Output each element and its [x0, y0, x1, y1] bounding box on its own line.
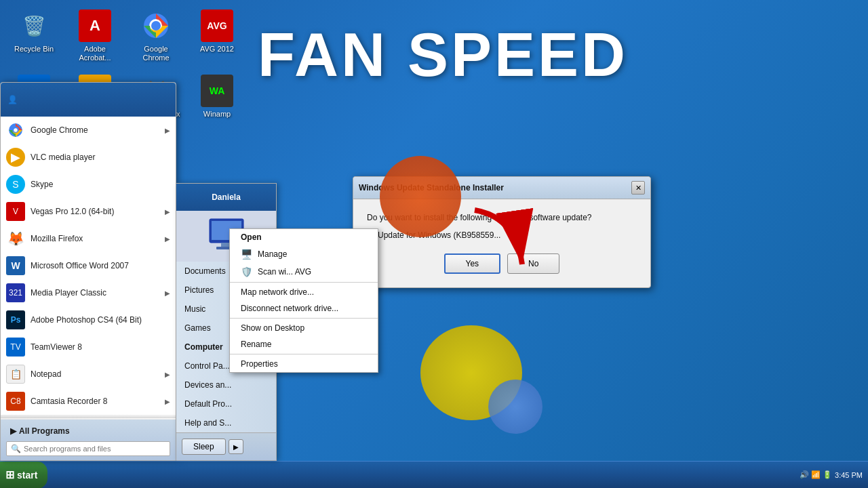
- ctx-rename[interactable]: Rename: [230, 336, 378, 352]
- taskbar: ⊞ start 🔊 📶 🔋 3:45 PM: [0, 461, 868, 488]
- word-label: Microsoft Office Word 2007: [31, 261, 129, 270]
- ctx-rename-label: Rename: [241, 340, 271, 349]
- dialog-close-button[interactable]: ✕: [631, 181, 645, 195]
- start-menu: 👤 Google Chrome ▶ ▶ VLC media player: [0, 82, 176, 461]
- start-menu-item-skype[interactable]: S Skype: [1, 171, 176, 198]
- recycle-bin-label: Recycle Bin: [14, 45, 54, 54]
- sleep-area: Sleep ▶: [176, 432, 276, 460]
- ctx-properties-label: Properties: [241, 359, 278, 369]
- windows-logo-icon: ⊞: [5, 468, 14, 481]
- ctx-open-label: Open: [241, 232, 262, 242]
- user-name-label: Daniela: [212, 192, 241, 202]
- right-panel-default-programs[interactable]: Default Pro...: [176, 394, 276, 413]
- notepad-label: Notepad: [31, 369, 61, 379]
- dialog-no-button[interactable]: No: [507, 253, 559, 274]
- control-panel-label: Control Pa...: [184, 361, 230, 371]
- vegas-icon: V: [6, 202, 25, 221]
- desktop-icon-chrome[interactable]: Google Chrome: [129, 7, 183, 65]
- skype-icon: S: [6, 175, 25, 194]
- desktop-icon-adobe[interactable]: A Adobe Acrobat...: [68, 7, 122, 65]
- start-menu-divider: [1, 417, 176, 418]
- start-label: start: [17, 470, 37, 481]
- start-menu-item-notepad[interactable]: 📋 Notepad ▶: [1, 361, 176, 388]
- ctx-scan-avg-label: Scan wi... AVG: [258, 267, 311, 277]
- sleep-button[interactable]: Sleep: [182, 439, 226, 455]
- ctx-scan-avg[interactable]: 🛡️ Scan wi... AVG: [230, 263, 378, 281]
- all-programs-arrow-icon: ▶: [10, 426, 16, 436]
- start-button[interactable]: ⊞ start: [0, 462, 47, 489]
- user-avatar-icon: 👤: [7, 95, 18, 104]
- ctx-disconnect-label: Disconnect network drive...: [241, 304, 338, 313]
- all-programs-label: All Programs: [19, 426, 70, 436]
- computer-label: Computer: [184, 342, 223, 352]
- svg-point-5: [14, 128, 18, 132]
- avg-label: AVG 2012: [200, 45, 234, 54]
- vlc-label: VLC media player: [31, 152, 95, 162]
- start-menu-item-mpc[interactable]: 321 Media Player Classic ▶: [1, 279, 176, 306]
- firefox-menu-icon: 🦊: [6, 229, 25, 248]
- right-panel-help[interactable]: Help and S...: [176, 413, 276, 432]
- start-menu-item-teamviewer[interactable]: TV TeamViewer 8: [1, 333, 176, 361]
- start-menu-item-word[interactable]: W Microsoft Office Word 2007: [1, 252, 176, 279]
- system-tray: 🔊 📶 🔋: [800, 470, 832, 479]
- ctx-manage-label: Manage: [258, 249, 287, 259]
- ctx-disconnect[interactable]: Disconnect network drive...: [230, 300, 378, 317]
- help-label: Help and S...: [184, 418, 231, 428]
- ctx-separator-2: [230, 318, 378, 319]
- teamviewer-menu-label: TeamViewer 8: [31, 342, 82, 352]
- winamp-label: Winamp: [203, 110, 231, 119]
- photoshop-label: Adobe Photoshop CS4 (64 Bit): [31, 315, 142, 325]
- firefox-arrow-icon: ▶: [165, 235, 170, 243]
- desktop-icon-recycle-bin[interactable]: 🗑️ Recycle Bin: [7, 7, 61, 65]
- adobe-icon: A: [79, 9, 111, 42]
- word-icon: W: [6, 256, 25, 275]
- skype-label: Skype: [31, 180, 53, 189]
- avg-ctx-icon: 🛡️: [241, 266, 252, 277]
- winamp-icon: WA: [201, 75, 233, 107]
- ctx-separator-1: [230, 282, 378, 283]
- desktop-title: FAN SPEED: [258, 20, 628, 90]
- mpc-label: Media Player Classic: [31, 288, 106, 298]
- camtasia-label: Camtasia Recorder 8: [31, 396, 107, 406]
- decorative-blob-blue: [488, 380, 542, 434]
- vlc-icon: ▶: [6, 148, 25, 167]
- adobe-label: Adobe Acrobat...: [71, 45, 119, 62]
- manage-icon: 🖥️: [241, 249, 252, 260]
- ctx-show-desktop-label: Show on Desktop: [241, 323, 304, 333]
- ctx-map-network[interactable]: Map network drive...: [230, 284, 378, 300]
- start-menu-item-camtasia[interactable]: C8 Camtasia Recorder 8 ▶: [1, 388, 176, 415]
- all-programs-button[interactable]: ▶ All Programs: [6, 424, 170, 439]
- start-menu-item-vlc[interactable]: ▶ VLC media player: [1, 144, 176, 171]
- clock: 3:45 PM: [835, 471, 863, 479]
- start-menu-header: 👤: [1, 83, 176, 117]
- search-input[interactable]: [24, 445, 165, 453]
- start-menu-item-chrome[interactable]: Google Chrome ▶: [1, 117, 176, 144]
- recycle-bin-icon: 🗑️: [18, 9, 50, 42]
- search-bar[interactable]: 🔍: [6, 441, 170, 456]
- ctx-properties[interactable]: Properties: [230, 356, 378, 372]
- ctx-manage[interactable]: 🖥️ Manage: [230, 245, 378, 263]
- right-panel-devices[interactable]: Devices an...: [176, 375, 276, 394]
- start-menu-item-vegas[interactable]: V Vegas Pro 12.0 (64-bit) ▶: [1, 198, 176, 225]
- ctx-separator-3: [230, 354, 378, 354]
- pictures-label: Pictures: [184, 285, 214, 295]
- music-label: Music: [184, 304, 205, 314]
- decorative-blob-orange: [380, 156, 461, 237]
- desktop-icon-avg[interactable]: AVG AVG 2012: [190, 7, 244, 65]
- context-menu: Open 🖥️ Manage 🛡️ Scan wi... AVG Map net…: [229, 228, 378, 373]
- shutdown-arrow-button[interactable]: ▶: [229, 439, 243, 454]
- chrome-menu-label: Google Chrome: [31, 125, 88, 135]
- dialog-buttons: Yes No: [367, 253, 637, 274]
- ctx-open[interactable]: Open: [230, 229, 378, 245]
- chrome-icon: [140, 9, 172, 42]
- start-menu-items-list: Google Chrome ▶ ▶ VLC media player S Sky…: [1, 117, 176, 415]
- taskbar-right: 🔊 📶 🔋 3:45 PM: [800, 470, 868, 479]
- desktop-icon-winamp[interactable]: WA Winamp: [190, 72, 244, 121]
- ctx-show-desktop[interactable]: Show on Desktop: [230, 320, 378, 336]
- svg-point-2: [151, 21, 161, 30]
- start-menu-item-photoshop[interactable]: Ps Adobe Photoshop CS4 (64 Bit): [1, 306, 176, 333]
- start-menu-item-firefox[interactable]: 🦊 Mozilla Firefox ▶: [1, 225, 176, 252]
- chrome-desktop-label: Google Chrome: [132, 45, 180, 62]
- dialog-yes-button[interactable]: Yes: [444, 253, 501, 274]
- chrome-menu-icon: [6, 121, 25, 140]
